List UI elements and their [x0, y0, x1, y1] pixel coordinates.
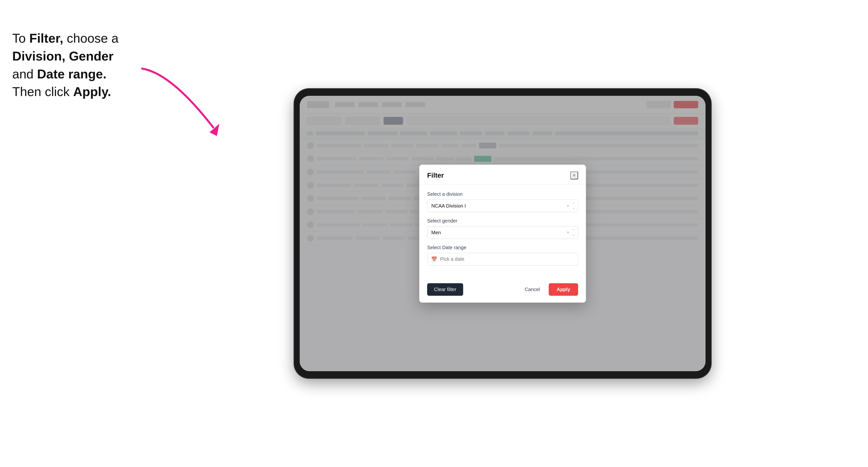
date-label: Select Date range — [427, 245, 578, 250]
bold-filter: Filter, — [29, 31, 63, 45]
calendar-icon: 📅 — [431, 256, 437, 262]
filter-modal: Filter × Select a division NCAA Division… — [419, 165, 586, 303]
gender-select-wrapper: Men Women Mixed × ⌃⌄ — [427, 226, 578, 239]
division-clear-icon[interactable]: × — [566, 203, 569, 208]
cancel-button[interactable]: Cancel — [520, 283, 545, 296]
date-form-group: Select Date range 📅 — [427, 245, 578, 266]
date-input-wrapper: 📅 — [427, 253, 578, 266]
gender-label: Select gender — [427, 218, 578, 224]
apply-button[interactable]: Apply — [549, 283, 578, 296]
division-label: Select a division — [427, 191, 578, 197]
instruction-text: To Filter, choose a Division, Gender and… — [12, 29, 140, 101]
modal-header: Filter × — [419, 165, 586, 185]
modal-footer: Clear filter Cancel Apply — [419, 278, 586, 303]
modal-right-buttons: Cancel Apply — [520, 283, 578, 296]
page-layout: To Filter, choose a Division, Gender and… — [0, 0, 868, 467]
instruction-line1: To Filter, choose a — [12, 31, 119, 45]
instruction-panel: To Filter, choose a Division, Gender and… — [0, 0, 152, 116]
division-select[interactable]: NCAA Division I NCAA Division II NCAA Di… — [427, 199, 578, 212]
modal-close-button[interactable]: × — [570, 172, 578, 179]
gender-form-group: Select gender Men Women Mixed × ⌃⌄ — [427, 218, 578, 239]
instruction-line4: Then click Apply. — [12, 85, 111, 99]
modal-title: Filter — [427, 172, 444, 179]
modal-body: Select a division NCAA Division I NCAA D… — [419, 185, 586, 278]
modal-overlay: Filter × Select a division NCAA Division… — [300, 96, 706, 371]
instruction-line3: and Date range. — [12, 67, 106, 81]
gender-select[interactable]: Men Women Mixed — [427, 226, 578, 239]
clear-filter-button[interactable]: Clear filter — [427, 283, 463, 296]
tablet-section: Filter × Select a division NCAA Division… — [152, 0, 868, 467]
bold-date-range: Date range. — [37, 67, 106, 81]
tablet-screen: Filter × Select a division NCAA Division… — [300, 96, 706, 371]
bold-division-gender: Division, Gender — [12, 49, 114, 63]
date-input[interactable] — [427, 253, 578, 266]
bold-apply: Apply. — [73, 85, 111, 99]
gender-clear-icon[interactable]: × — [566, 230, 569, 235]
division-form-group: Select a division NCAA Division I NCAA D… — [427, 191, 578, 212]
tablet-device: Filter × Select a division NCAA Division… — [294, 89, 711, 378]
division-select-wrapper: NCAA Division I NCAA Division II NCAA Di… — [427, 199, 578, 212]
